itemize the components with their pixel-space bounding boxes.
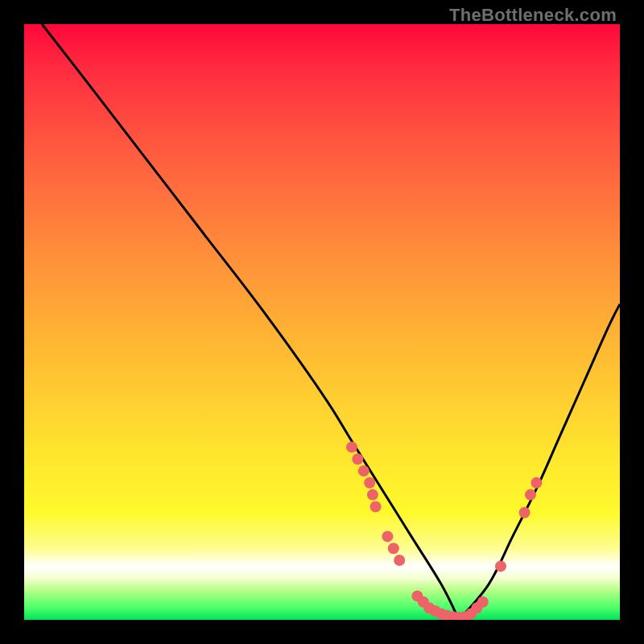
scatter-dot (519, 507, 530, 518)
scatter-dot (495, 560, 506, 572)
curve-layer (42, 24, 620, 620)
watermark-text: TheBottleneck.com (449, 5, 617, 26)
right-curve (459, 304, 620, 620)
chart-svg (24, 24, 620, 620)
scatter-dot (394, 555, 405, 566)
scatter-dot (367, 489, 378, 501)
left-curve (42, 24, 459, 620)
scatter-dot (370, 501, 382, 512)
chart-frame: TheBottleneck.com (0, 0, 644, 644)
scatter-dot (382, 530, 393, 542)
scatter-dot (477, 597, 489, 608)
scatter-dot (352, 453, 363, 464)
scatter-dot (358, 465, 369, 477)
scatter-dot (525, 489, 536, 501)
scatter-points (346, 441, 542, 620)
scatter-dot (346, 441, 357, 452)
scatter-dot (364, 477, 375, 489)
scatter-dot (530, 477, 542, 489)
scatter-dot (388, 543, 399, 554)
